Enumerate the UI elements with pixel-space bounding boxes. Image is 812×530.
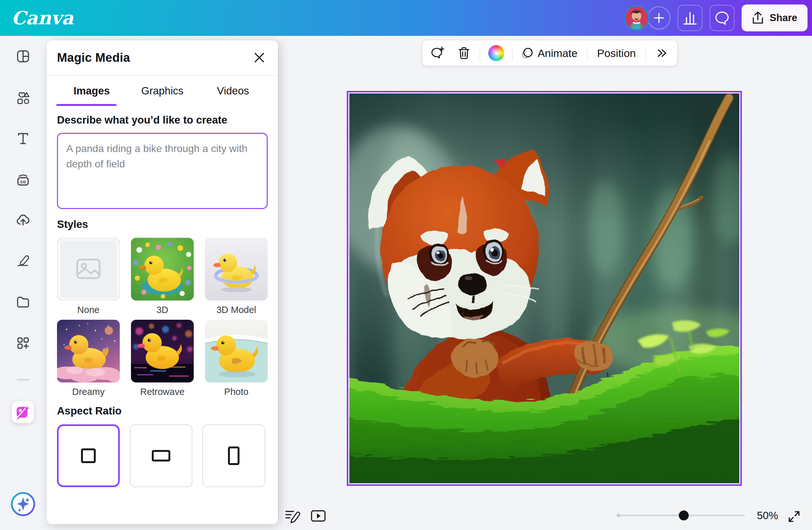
bar-chart-icon <box>683 11 697 25</box>
panel-tabs: Images Graphics Videos <box>47 76 278 106</box>
header: Canva <box>0 0 812 36</box>
sidebar-item-brand[interactable]: co <box>16 173 30 187</box>
red-panda-image[interactable] <box>349 93 739 483</box>
notes-button[interactable] <box>284 507 301 525</box>
style-label: Retrowave <box>131 386 194 397</box>
panel-title: Magic Media <box>57 51 130 65</box>
style-option-dreamy[interactable]: Dreamy <box>57 320 120 402</box>
sidebar-item-text[interactable] <box>16 132 30 146</box>
zoom-slider-thumb[interactable] <box>679 511 689 520</box>
presentation-icon <box>310 507 327 524</box>
style-option-3d[interactable]: 3D <box>131 238 194 320</box>
zoom-slider[interactable] <box>617 515 745 516</box>
canva-editor: Canva <box>0 0 812 530</box>
header-actions: Share <box>625 0 808 36</box>
comments-button[interactable] <box>710 5 735 31</box>
style-label: Dreamy <box>57 386 120 397</box>
aspect-option-square[interactable] <box>57 424 120 487</box>
draw-icon <box>16 253 30 268</box>
style-thumb-retrowave <box>131 320 194 382</box>
color-picker-button[interactable] <box>486 43 507 63</box>
aspect-ratio-label: Aspect Ratio <box>57 405 268 417</box>
style-option-none[interactable]: None <box>57 238 120 320</box>
folder-icon <box>16 295 30 309</box>
context-toolbar: Animate Position <box>422 40 677 66</box>
canvas-page[interactable] <box>347 91 742 486</box>
zoom-fit-marker <box>617 514 620 517</box>
sidebar: co <box>0 36 47 530</box>
magic-media-icon <box>16 405 30 419</box>
fullscreen-button[interactable] <box>785 507 803 526</box>
color-wheel-icon <box>488 45 504 61</box>
sidebar-divider <box>17 379 29 381</box>
style-thumb-3d-model <box>205 238 268 300</box>
style-thumb-3d <box>131 238 194 300</box>
share-button[interactable]: Share <box>742 4 808 31</box>
prompt-input[interactable] <box>57 133 268 209</box>
trash-icon <box>457 46 471 60</box>
portrait-ratio-icon <box>228 446 240 465</box>
elements-icon <box>16 91 30 105</box>
delete-button[interactable] <box>454 43 474 63</box>
sidebar-item-design[interactable] <box>16 49 30 63</box>
zoom-value: 50% <box>753 510 782 522</box>
style-label: Photo <box>205 386 268 397</box>
panel-body: Describe what you’d like to create Style… <box>47 106 278 487</box>
close-icon <box>253 51 265 64</box>
present-button[interactable] <box>309 507 327 525</box>
red-panda-eye-left <box>429 243 450 265</box>
aspect-option-portrait[interactable] <box>202 424 265 487</box>
sidebar-item-projects[interactable] <box>16 295 30 309</box>
tab-images[interactable]: Images <box>56 76 127 106</box>
styles-grid: None <box>57 238 268 402</box>
canva-logo[interactable]: Canva <box>11 5 94 32</box>
aspect-option-landscape[interactable] <box>130 424 192 487</box>
red-panda-eye-right <box>482 240 505 263</box>
plus-icon <box>653 13 664 24</box>
landscape-ratio-icon <box>152 450 170 461</box>
sidebar-item-magic-media[interactable] <box>12 401 34 423</box>
design-icon <box>16 49 30 63</box>
canva-assistant-button[interactable] <box>11 491 35 517</box>
magic-media-panel: Magic Media Images Graphics Videos Descr… <box>47 40 278 524</box>
style-option-3d-model[interactable]: 3D Model <box>205 238 268 320</box>
expand-icon <box>786 509 802 524</box>
toolbar-separator <box>480 46 480 60</box>
toolbar-separator <box>587 46 588 60</box>
brand-icon: co <box>16 173 30 187</box>
close-panel-button[interactable] <box>249 47 270 68</box>
add-member-button[interactable] <box>648 6 670 29</box>
style-option-photo[interactable]: Photo <box>205 320 268 402</box>
animate-icon <box>520 45 535 61</box>
style-thumb-dreamy <box>57 320 120 382</box>
red-panda-head <box>368 150 549 339</box>
toolbar-separator <box>512 46 513 60</box>
aspect-ratio-options <box>57 424 268 487</box>
animate-button[interactable]: Animate <box>518 45 581 61</box>
text-icon <box>16 132 30 146</box>
comment-plus-icon <box>430 46 445 60</box>
panel-header: Magic Media <box>47 40 278 76</box>
sidebar-item-draw[interactable] <box>16 253 30 268</box>
avatar[interactable] <box>625 6 648 29</box>
comment-button[interactable] <box>427 43 448 63</box>
canva-logo-text: Canva <box>12 7 74 29</box>
upload-cloud-icon <box>16 213 30 227</box>
sidebar-item-apps[interactable] <box>16 336 30 350</box>
sidebar-item-elements[interactable] <box>16 91 30 105</box>
style-label: None <box>57 304 120 315</box>
style-option-retrowave[interactable]: Retrowave <box>131 320 194 402</box>
chevron-double-right-icon <box>655 46 669 60</box>
sidebar-item-uploads[interactable] <box>16 213 30 227</box>
position-button[interactable]: Position <box>593 47 640 60</box>
notes-icon <box>284 507 301 524</box>
square-ratio-icon <box>81 448 96 463</box>
style-label: 3D <box>131 304 194 315</box>
share-upload-icon <box>752 11 764 25</box>
animate-label: Animate <box>538 47 578 60</box>
apps-icon <box>16 336 30 350</box>
tab-graphics[interactable]: Graphics <box>127 76 198 106</box>
tab-videos[interactable]: Videos <box>198 76 268 106</box>
more-tools-button[interactable] <box>652 43 672 63</box>
insights-button[interactable] <box>678 5 702 31</box>
